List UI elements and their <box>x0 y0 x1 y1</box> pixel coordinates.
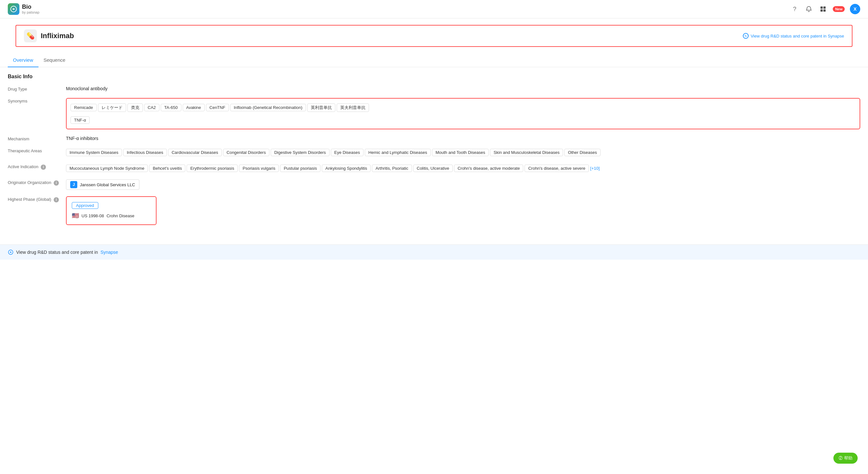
logo-icon <box>8 3 20 15</box>
synonyms-tags: Remicadeレミケード类克CA2TA-650AvakineCenTNFInf… <box>70 102 856 113</box>
approved-section: Approved 🇺🇸 US 1998-08 Crohn Disease <box>66 196 157 225</box>
active-indication-tags: Mucocutaneous Lymph Node SyndromeBehcet'… <box>66 164 860 173</box>
logo-text: Bio by patsnap <box>22 4 39 14</box>
synonym-tag[interactable]: 英利昔单抗 <box>307 103 335 112</box>
bell-icon[interactable] <box>804 4 813 13</box>
originator-label: Originator Organization i <box>8 180 66 186</box>
indication-tag[interactable]: Ankylosing Spondylitis <box>322 165 371 172</box>
tab-sequence[interactable]: Sequence <box>38 53 71 67</box>
synapse-link-text: View drug R&D status and core patent in … <box>751 34 844 38</box>
drug-type-label: Drug Type <box>8 86 66 92</box>
bottom-banner-text: View drug R&D status and core patent in <box>16 250 98 255</box>
tab-overview[interactable]: Overview <box>8 53 38 67</box>
mechanism-value: TNF-α inhibitors <box>66 136 860 141</box>
content: Basic Info Drug Type Monoclonal antibody… <box>0 67 868 238</box>
approval-date: 🇺🇸 US 1998-08 Crohn Disease <box>72 212 151 219</box>
therapeutic-area-tag[interactable]: Congenital Disorders <box>223 149 269 156</box>
indication-more[interactable]: [+10] <box>590 166 599 171</box>
drug-icon: 💊 <box>24 29 37 42</box>
therapeutic-area-tag[interactable]: Immune System Diseases <box>66 149 122 156</box>
indication-tag[interactable]: Arthritis, Psoriatic <box>372 165 412 172</box>
indication-tag[interactable]: Mucocutaneous Lymph Node Syndrome <box>66 165 148 172</box>
synonyms-row: Synonyms Remicadeレミケード类克CA2TA-650Avakine… <box>8 98 860 129</box>
highest-phase-label: Highest Phase (Global) i <box>8 196 66 202</box>
synonym-tag[interactable]: CA2 <box>144 104 159 111</box>
synonym-tag[interactable]: Infliximab (Genetical Recombination) <box>230 104 306 111</box>
originator-value: J Janssen Global Services LLC <box>66 180 860 190</box>
svg-rect-2 <box>824 6 826 9</box>
logo-by-label: by patsnap <box>22 10 39 14</box>
logo-area: Bio by patsnap <box>8 3 39 15</box>
highest-phase-value: Approved 🇺🇸 US 1998-08 Crohn Disease <box>66 196 860 225</box>
indication-tag[interactable]: Crohn's disease, active moderate <box>454 165 524 172</box>
therapeutic-area-tag[interactable]: Digestive System Disorders <box>271 149 330 156</box>
synonym-tag[interactable]: CenTNF <box>206 104 229 111</box>
therapeutic-areas-label: Therapeutic Areas <box>8 148 66 153</box>
bottom-banner: View drug R&D status and core patent in … <box>0 245 868 260</box>
indication-tag[interactable]: Pustular psoriasis <box>280 165 320 172</box>
section-title-basic-info: Basic Info <box>8 74 860 80</box>
drug-title-container: 💊 Infliximab ↻ View drug R&D status and … <box>0 19 868 53</box>
drug-type-row: Drug Type Monoclonal antibody <box>8 86 860 92</box>
active-indication-row: Active Indication i Mucocutaneous Lymph … <box>8 164 860 173</box>
synonym-tag[interactable]: 英夫利昔单抗 <box>337 103 369 112</box>
indication-tag[interactable]: Crohn's disease, active severe <box>525 165 589 172</box>
drug-type-value: Monoclonal antibody <box>66 86 860 91</box>
therapeutic-areas-row: Therapeutic Areas Immune System Diseases… <box>8 148 860 157</box>
therapeutic-area-tag[interactable]: Mouth and Tooth Diseases <box>432 149 489 156</box>
svg-rect-1 <box>820 6 823 9</box>
indication-tag[interactable]: Colitis, Ulcerative <box>413 165 453 172</box>
user-avatar[interactable]: X <box>850 4 860 14</box>
originator-name: Janssen Global Services LLC <box>80 182 135 187</box>
active-indication-label: Active Indication i <box>8 164 66 170</box>
synapse-banner-icon <box>8 249 13 255</box>
mechanism-label: Mechanism <box>8 136 66 141</box>
target-row-inner: TNF-α <box>70 116 856 125</box>
synonym-tag[interactable]: Remicade <box>70 104 97 111</box>
help-icon[interactable]: ? <box>790 4 799 13</box>
synonym-tag[interactable]: レミケード <box>98 103 126 112</box>
therapeutic-areas-tags: Immune System DiseasesInfectious Disease… <box>66 148 860 157</box>
logo-bio-label: Bio <box>22 4 39 10</box>
active-indication-info-icon[interactable]: i <box>41 165 46 170</box>
originator-num: J <box>70 181 77 188</box>
header: Bio by patsnap ? New X <box>0 0 868 19</box>
header-right: ? New X <box>790 4 860 14</box>
approval-flag: 🇺🇸 <box>72 212 79 219</box>
synapse-link[interactable]: ↻ View drug R&D status and core patent i… <box>743 33 844 39</box>
therapeutic-area-tag[interactable]: Eye Diseases <box>331 149 364 156</box>
bottom-banner-synapse-link[interactable]: Synapse <box>100 250 118 255</box>
synonym-tag[interactable]: 类克 <box>127 103 143 112</box>
svg-rect-3 <box>820 9 823 12</box>
drug-title-left: 💊 Infliximab <box>24 29 74 42</box>
approval-date-text: US 1998-08 <box>82 213 104 218</box>
therapeutic-area-tag[interactable]: Skin and Musculoskeletal Diseases <box>490 149 563 156</box>
target-tag[interactable]: TNF-α <box>70 117 90 124</box>
therapeutic-area-tag[interactable]: Cardiovascular Diseases <box>168 149 222 156</box>
indication-tag[interactable]: Psoriasis vulgaris <box>239 165 279 172</box>
drug-title-row: 💊 Infliximab ↻ View drug R&D status and … <box>16 25 852 47</box>
drug-name: Infliximab <box>41 32 74 40</box>
svg-rect-4 <box>824 9 826 12</box>
therapeutic-area-tag[interactable]: Infectious Diseases <box>123 149 167 156</box>
originator-row: Originator Organization i J Janssen Glob… <box>8 180 860 190</box>
therapeutic-area-tag[interactable]: Hemic and Lymphatic Diseases <box>365 149 431 156</box>
synonyms-box: Remicadeレミケード类克CA2TA-650AvakineCenTNFInf… <box>66 98 860 129</box>
approved-badge: Approved <box>72 202 98 209</box>
originator-info-icon[interactable]: i <box>54 181 59 186</box>
therapeutic-area-tag[interactable]: Other Diseases <box>564 149 600 156</box>
indication-tag[interactable]: Behcet's uveitis <box>149 165 185 172</box>
highest-phase-row: Highest Phase (Global) i Approved 🇺🇸 US … <box>8 196 860 225</box>
synonym-tag[interactable]: Avakine <box>183 104 205 111</box>
highest-phase-info-icon[interactable]: i <box>54 197 59 202</box>
approval-disease: Crohn Disease <box>106 213 134 218</box>
grid-icon[interactable] <box>818 4 828 13</box>
originator-tag[interactable]: J Janssen Global Services LLC <box>66 180 140 190</box>
indication-tag[interactable]: Erythrodermic psoriasis <box>187 165 238 172</box>
synonym-tag[interactable]: TA-650 <box>161 104 181 111</box>
synapse-icon: ↻ <box>743 33 749 39</box>
new-badge: New <box>833 6 845 12</box>
mechanism-row: Mechanism TNF-α inhibitors <box>8 136 860 141</box>
tabs: Overview Sequence <box>0 53 868 67</box>
synonyms-label: Synonyms <box>8 98 66 103</box>
